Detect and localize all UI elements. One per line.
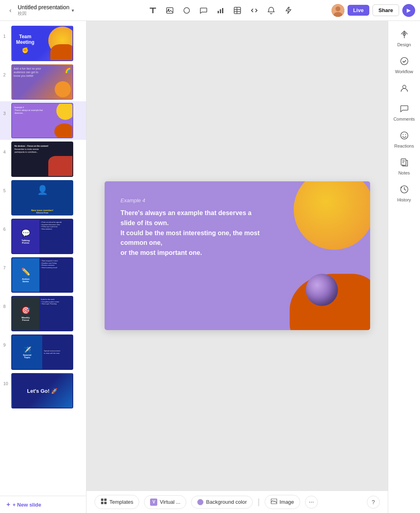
- slide-item-5[interactable]: 5 👤 New team member! Winona Rose: [0, 179, 86, 217]
- slide-item-6[interactable]: 6 💬 TalkingPoints • Point one about the …: [0, 217, 86, 256]
- flash-icon[interactable]: [281, 3, 295, 18]
- slide-thumb-5: 👤 New team member! Winona Rose: [11, 180, 73, 215]
- slide-main-text: There's always an example that deserves …: [121, 208, 267, 258]
- presentation-title: Untitled presentation: [18, 4, 69, 10]
- slide-panel: 1 TeamMeeting ✊ 2 Add a fun fac: [0, 21, 86, 513]
- slide-list: 1 TeamMeeting ✊ 2 Add a fun fac: [0, 21, 86, 496]
- slide-item-9[interactable]: 9 ✈️ SpecialTopic Special announcementto…: [0, 333, 86, 371]
- slide-item-4[interactable]: 4 No devices – Focus on the content!Reme…: [0, 140, 86, 179]
- sidebar-item-profile[interactable]: [391, 80, 418, 98]
- image-button[interactable]: Image: [265, 495, 300, 509]
- svg-point-20: [401, 57, 408, 65]
- templates-button[interactable]: Templates: [95, 495, 139, 509]
- history-label: History: [397, 197, 411, 202]
- slide-item-3[interactable]: 3 Example 4There's always an example tha…: [0, 101, 86, 140]
- svg-point-21: [403, 85, 406, 88]
- chart-tool-button[interactable]: [213, 3, 228, 18]
- slide-number-4: 4: [3, 150, 9, 154]
- slide-number-8: 8: [3, 304, 9, 309]
- svg-rect-1: [152, 8, 153, 13]
- shape-tool-button[interactable]: [179, 3, 194, 18]
- comment-tool-button[interactable]: [196, 3, 211, 18]
- slide-item-8[interactable]: 8 🎯 WeeklyFocus Goals for this week• Com…: [0, 294, 86, 333]
- topbar: ‹ Untitled presentation 校因 ▾: [0, 0, 420, 21]
- divider: |: [257, 497, 259, 507]
- slide-canvas[interactable]: Example 4 There's always an example that…: [105, 181, 370, 330]
- bell-icon[interactable]: [264, 3, 278, 18]
- svg-rect-8: [234, 7, 241, 14]
- svg-rect-5: [218, 11, 219, 13]
- svg-rect-16: [104, 499, 107, 501]
- profile-icon: [400, 84, 409, 94]
- virtual-label: Virtual ...: [160, 499, 180, 505]
- example-label: Example 4: [121, 197, 267, 203]
- image-label: Image: [280, 499, 294, 505]
- slide-thumb-3: Example 4There's always an example that …: [11, 103, 73, 138]
- reactions-label: Reactions: [394, 144, 414, 148]
- history-icon: [400, 185, 409, 196]
- sidebar-item-history[interactable]: History: [391, 181, 418, 206]
- help-button[interactable]: ?: [367, 496, 380, 509]
- workflow-icon: [400, 57, 409, 68]
- slide-item-7[interactable]: 7 ✏️ ActionItems • Task assigned to team…: [0, 256, 86, 294]
- svg-rect-18: [104, 502, 107, 504]
- slide-content: Example 4 There's always an example that…: [121, 197, 267, 258]
- slide-thumb-10: Let's Go! 🚀: [11, 373, 73, 408]
- help-icon: ?: [372, 499, 375, 505]
- slide-thumb-4: No devices – Focus on the content!Rememb…: [11, 142, 73, 177]
- svg-rect-15: [101, 499, 103, 501]
- sidebar-item-design[interactable]: Design: [391, 26, 418, 51]
- background-color-button[interactable]: Background color: [191, 496, 253, 509]
- play-button[interactable]: ▶: [402, 4, 415, 17]
- slide-item-2[interactable]: 2 Add a fun fact so youraudience can get…: [0, 63, 86, 101]
- main-layout: 1 TeamMeeting ✊ 2 Add a fun fac: [0, 21, 420, 513]
- canvas-main: Example 4 There's always an example that…: [86, 21, 388, 490]
- slide-number-9: 9: [3, 343, 9, 347]
- sidebar-item-reactions[interactable]: Reactions: [391, 127, 418, 152]
- text-tool-button[interactable]: [146, 3, 160, 18]
- design-icon: [400, 30, 409, 41]
- topbar-left: ‹ Untitled presentation 校因 ▾: [5, 4, 109, 16]
- live-button[interactable]: Live: [348, 5, 369, 16]
- plus-icon: +: [6, 501, 10, 508]
- slide-thumb-7: ✏️ ActionItems • Task assigned to team• …: [11, 257, 73, 293]
- slide-thumb-1: TeamMeeting ✊: [11, 26, 73, 61]
- svg-point-24: [405, 134, 406, 135]
- new-slide-label: + New slide: [12, 502, 41, 508]
- comments-icon: [400, 104, 409, 115]
- canvas-area: Example 4 There's always an example that…: [86, 21, 388, 513]
- slide-background: Example 4 There's always an example that…: [105, 181, 370, 330]
- new-slide-footer[interactable]: + + New slide: [0, 496, 86, 513]
- design-label: Design: [397, 42, 411, 47]
- svg-point-22: [401, 132, 408, 139]
- svg-rect-25: [401, 159, 406, 165]
- user-avatar[interactable]: [331, 4, 344, 17]
- svg-rect-17: [101, 502, 103, 504]
- svg-rect-7: [222, 8, 223, 13]
- slide-number-2: 2: [3, 72, 9, 77]
- table-tool-button[interactable]: [230, 3, 245, 18]
- embed-tool-button[interactable]: [247, 3, 261, 18]
- sidebar-item-comments[interactable]: Comments: [391, 100, 418, 125]
- title-chevron-icon[interactable]: ▾: [72, 8, 74, 13]
- sphere-shape: [306, 274, 338, 306]
- svg-point-23: [403, 134, 404, 135]
- slide-thumb-2: Add a fun fact so youraudience can get t…: [11, 64, 73, 100]
- back-button[interactable]: ‹: [5, 5, 16, 16]
- slide-item-1[interactable]: 1 TeamMeeting ✊: [0, 24, 86, 63]
- canvas-bottom-bar: Templates V Virtual ... Background color…: [86, 490, 388, 513]
- image-icon: [271, 498, 277, 506]
- slide-item-10[interactable]: 10 Let's Go! 🚀: [0, 371, 86, 410]
- sidebar-item-workflow[interactable]: Workflow: [391, 53, 418, 78]
- more-button[interactable]: ···: [305, 496, 318, 509]
- sidebar-item-notes[interactable]: Notes: [391, 154, 418, 179]
- virtual-button[interactable]: V Virtual ...: [144, 495, 186, 509]
- image-tool-button[interactable]: [163, 3, 177, 18]
- slide-number-3: 3: [3, 111, 9, 116]
- more-icon: ···: [309, 499, 314, 506]
- svg-point-13: [336, 6, 340, 11]
- share-button[interactable]: Share: [373, 4, 399, 16]
- reactions-icon: [400, 131, 409, 142]
- presentation-subtitle: 校因: [18, 10, 69, 16]
- slide-number-5: 5: [3, 188, 9, 193]
